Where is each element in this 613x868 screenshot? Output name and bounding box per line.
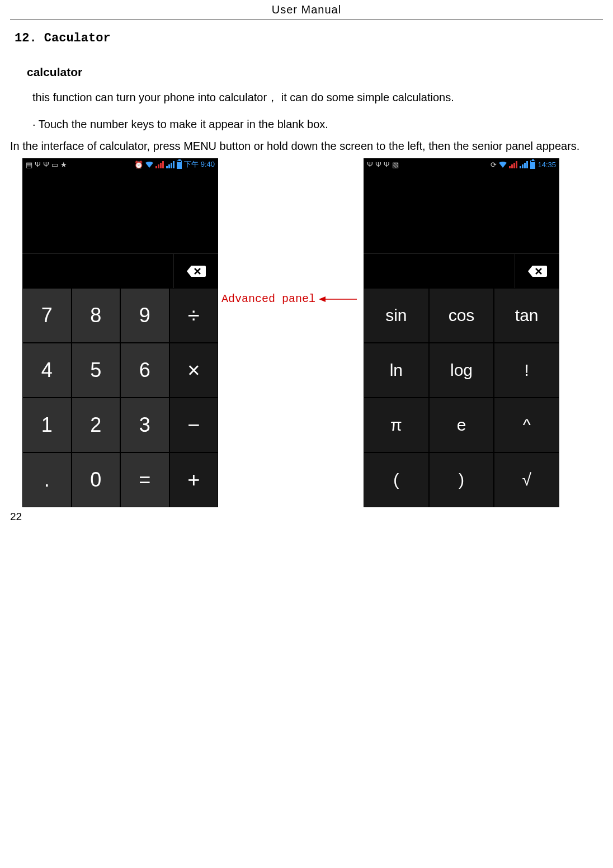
key-7[interactable]: 7 bbox=[22, 288, 72, 343]
signal-bars-icon bbox=[155, 161, 164, 168]
usb-icon: Ψ bbox=[35, 161, 41, 169]
header-rule bbox=[10, 20, 603, 20]
key-3[interactable]: 3 bbox=[120, 398, 169, 452]
wifi-icon bbox=[499, 162, 507, 168]
message-icon: ▭ bbox=[51, 161, 58, 169]
sync-icon: ⟳ bbox=[491, 161, 497, 169]
page-icon: ▤ bbox=[26, 161, 32, 169]
usb-icon: Ψ bbox=[43, 161, 49, 169]
key-sqrt[interactable]: √ bbox=[494, 452, 559, 507]
key-factorial[interactable]: ! bbox=[494, 343, 559, 398]
signal-bars-icon bbox=[166, 161, 175, 168]
alarm-icon: ⏰ bbox=[134, 161, 143, 169]
battery-icon bbox=[530, 161, 535, 169]
calc-input[interactable] bbox=[22, 253, 173, 288]
key-pi[interactable]: π bbox=[364, 398, 429, 452]
key-2[interactable]: 2 bbox=[72, 398, 121, 452]
usb-icon: Ψ bbox=[375, 161, 381, 169]
page-header-title: User Manual bbox=[0, 0, 613, 20]
wifi-icon bbox=[145, 162, 153, 168]
svg-marker-1 bbox=[319, 296, 326, 302]
calc-input[interactable] bbox=[364, 253, 515, 288]
key-8[interactable]: 8 bbox=[72, 288, 121, 343]
star-icon: ★ bbox=[60, 161, 67, 169]
key-paren-open[interactable]: ( bbox=[364, 452, 429, 507]
key-dot[interactable]: . bbox=[22, 452, 72, 507]
key-9[interactable]: 9 bbox=[120, 288, 169, 343]
doc-icon: ▧ bbox=[392, 161, 399, 169]
instruction-text: In the interface of calculator, press ME… bbox=[10, 140, 603, 153]
annotation-group: Advanced panel bbox=[218, 293, 358, 305]
calc-display[interactable] bbox=[22, 171, 218, 253]
battery-icon bbox=[177, 161, 182, 169]
signal-bars-icon bbox=[509, 161, 517, 168]
usb-icon: Ψ bbox=[367, 161, 373, 169]
status-time: 14:35 bbox=[537, 161, 556, 169]
advanced-keypad: sin cos tan ln log ! π e ^ ( ) √ bbox=[364, 288, 559, 507]
backspace-icon bbox=[187, 266, 206, 277]
subsection-heading: calculator bbox=[27, 65, 613, 79]
status-bar: ▤ Ψ Ψ ▭ ★ ⏰ 下午 9:40 bbox=[22, 158, 218, 171]
arrow-icon bbox=[319, 295, 358, 304]
key-minus[interactable]: − bbox=[169, 398, 219, 452]
key-tan[interactable]: tan bbox=[494, 288, 559, 343]
bullet-line: · Touch the number keys to make it appea… bbox=[32, 118, 613, 131]
backspace-icon bbox=[528, 266, 547, 277]
screenshot-advanced-calculator: Ψ Ψ Ψ ▧ ⟳ 14:35 bbox=[364, 158, 559, 507]
usb-icon: Ψ bbox=[384, 161, 390, 169]
key-multiply[interactable]: × bbox=[169, 343, 219, 398]
key-6[interactable]: 6 bbox=[120, 343, 169, 398]
screenshot-basic-calculator: ▤ Ψ Ψ ▭ ★ ⏰ 下午 9:40 bbox=[22, 158, 218, 507]
key-divide[interactable]: ÷ bbox=[169, 288, 219, 343]
key-equals[interactable]: = bbox=[120, 452, 169, 507]
key-5[interactable]: 5 bbox=[72, 343, 121, 398]
backspace-button[interactable] bbox=[515, 253, 559, 288]
annotation-label: Advanced panel bbox=[221, 293, 315, 305]
status-time: 下午 9:40 bbox=[184, 159, 215, 169]
description-text: this function can turn your phone into c… bbox=[32, 89, 613, 106]
key-sin[interactable]: sin bbox=[364, 288, 429, 343]
key-ln[interactable]: ln bbox=[364, 343, 429, 398]
status-bar: Ψ Ψ Ψ ▧ ⟳ 14:35 bbox=[364, 158, 559, 171]
key-cos[interactable]: cos bbox=[429, 288, 494, 343]
key-0[interactable]: 0 bbox=[72, 452, 121, 507]
key-plus[interactable]: + bbox=[169, 452, 219, 507]
backspace-button[interactable] bbox=[173, 253, 218, 288]
section-heading: 12. Caculator bbox=[15, 31, 613, 45]
key-paren-close[interactable]: ) bbox=[429, 452, 494, 507]
bullet-marker: · bbox=[32, 118, 36, 130]
page-number: 22 bbox=[10, 511, 22, 523]
key-power[interactable]: ^ bbox=[494, 398, 559, 452]
key-1[interactable]: 1 bbox=[22, 398, 72, 452]
calc-display[interactable] bbox=[364, 171, 559, 253]
basic-keypad: 7 8 9 ÷ 4 5 6 × 1 2 3 − . 0 = + bbox=[22, 288, 218, 507]
signal-bars-icon bbox=[520, 161, 528, 168]
bullet-text: Touch the number keys to make it appear … bbox=[39, 118, 328, 130]
key-log[interactable]: log bbox=[429, 343, 494, 398]
key-4[interactable]: 4 bbox=[22, 343, 72, 398]
key-e[interactable]: e bbox=[429, 398, 494, 452]
